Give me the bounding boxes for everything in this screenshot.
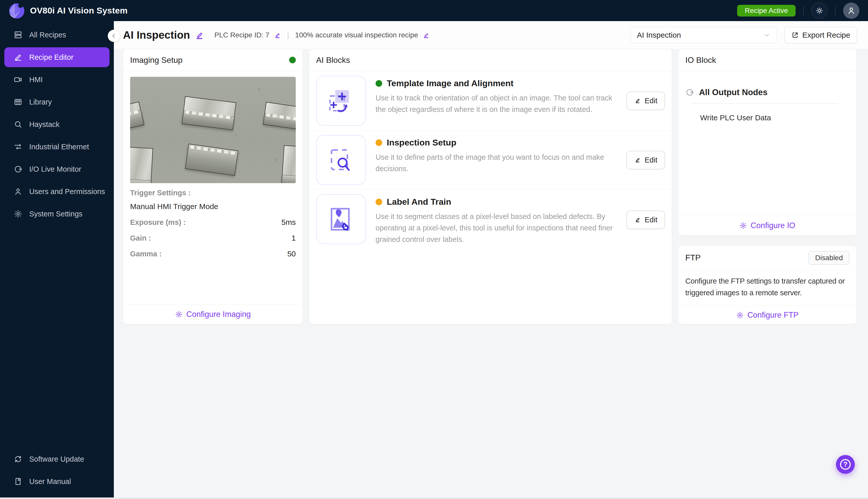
edit-plc-id-icon[interactable] [274,32,281,39]
user-icon [14,187,22,196]
exposure-value: 5ms [281,218,296,227]
sidebar-item-io-live-monitor[interactable]: I/O Live Monitor [4,159,110,179]
user-avatar[interactable] [843,2,859,19]
sidebar-item-system-settings[interactable]: System Settings [4,204,110,224]
recipe-description: 100% accurate visual inspection recipe [295,31,418,39]
exposure-label: Exposure (ms) : [130,218,186,227]
template-alignment-icon [316,76,366,126]
metal-part [263,102,296,131]
gear-icon [739,222,747,229]
edit-title-icon[interactable] [194,30,204,40]
sidebar-item-library[interactable]: Library [4,92,110,112]
imaging-setup-footer: Configure Imaging [123,304,303,324]
exposure-row: Exposure (ms) : 5ms [130,218,296,227]
ftp-description: Configure the FTP settings to transfer c… [678,270,854,306]
sidebar: All Recipes Recipe Editor HMI Library [0,21,114,498]
all-output-nodes-title: All Output Nodes [699,87,767,97]
gamma-row: Gamma : 50 [130,250,296,258]
pencil-icon [634,156,641,163]
io-block-header: IO Block [678,49,856,71]
configure-imaging-button[interactable]: Configure Imaging [175,310,251,319]
ftp-card: FTP Disabled Configure the FTP settings … [678,245,857,324]
plc-recipe-id: PLC Recipe ID: 7 [214,31,269,39]
edit-label-train-button[interactable]: Edit [626,210,665,229]
edit-inspection-setup-button[interactable]: Edit [626,151,665,169]
recipe-select[interactable]: AI Inspection [631,27,777,43]
imaging-setup-body: Trigger Settings : Manual HMI Trigger Mo… [123,71,303,304]
book-icon [14,477,22,486]
io-monitor-icon [14,165,22,173]
sidebar-item-label: Recipe Editor [29,53,73,62]
ai-block-title: Label And Train [387,197,451,207]
edit-button-label: Edit [645,216,657,224]
configure-io-button[interactable]: Configure IO [739,221,795,230]
edit-button-label: Edit [645,97,657,105]
ai-block-description: Use it to define parts of the image that… [376,151,617,174]
export-recipe-button[interactable]: Export Recipe [784,27,857,43]
export-icon [791,31,799,39]
right-column: IO Block All Output Nodes Write PLC User… [678,49,857,324]
configure-ftp-label: Configure FTP [747,311,798,320]
help-button[interactable]: ? [836,455,855,474]
configure-ftp-button[interactable]: Configure FTP [736,311,798,320]
io-section-divider [692,103,838,104]
output-nodes-icon [685,88,694,97]
library-grid-icon [14,98,22,106]
sidebar-item-recipe-editor[interactable]: Recipe Editor [4,47,110,67]
gain-value: 1 [291,234,296,242]
trigger-settings-label: Trigger Settings : [130,189,191,197]
topbar-divider [803,6,804,15]
gear-icon [14,209,22,218]
sidebar-item-users-permissions[interactable]: Users and Permissions [4,182,110,202]
ftp-title: FTP [685,253,701,263]
gear-icon [736,311,744,319]
camera-preview-image[interactable] [130,77,296,183]
help-icon: ? [840,459,851,470]
header-actions: AI Inspection Export Recipe [631,27,857,43]
ftp-status-badge: Disabled [808,251,850,265]
recipe-editor-icon [14,53,22,62]
edit-template-alignment-button[interactable]: Edit [626,92,665,110]
ai-block-row-inspection-setup: Inspection Setup Use it to define parts … [309,130,672,190]
user-icon [847,6,856,15]
ai-block-description: Use it to segment classes at a pixel-lev… [376,211,617,245]
ai-blocks-card: AI Blocks [309,49,672,324]
metal-part [185,144,239,177]
chevron-down-icon [763,32,770,39]
sidebar-item-industrial-ethernet[interactable]: Industrial Ethernet [4,137,110,157]
theme-toggle-button[interactable] [812,2,827,19]
gamma-label: Gamma : [130,250,162,258]
sidebar-item-label: All Recipes [29,31,66,39]
inspection-setup-icon [316,135,366,185]
hmi-camera-icon [14,75,22,84]
sidebar-item-haystack[interactable]: Haystack [4,114,110,134]
pencil-icon [634,216,641,223]
app-logo-icon [9,2,25,19]
sidebar-nav: All Recipes Recipe Editor HMI Library [0,21,114,226]
metal-part [182,96,236,131]
gain-label: Gain : [130,234,151,242]
meta-separator: | [287,31,289,39]
imaging-setup-header: Imaging Setup [123,49,303,71]
sidebar-item-all-recipes[interactable]: All Recipes [4,25,110,45]
ai-block-info: Label And Train Use it to segment classe… [376,194,617,245]
ai-blocks-title: AI Blocks [316,56,350,65]
topbar: OV80i AI Vision System Recipe Active [0,0,868,21]
page-title: AI Inspection [123,29,190,41]
sidebar-collapse-button[interactable] [108,30,120,42]
app-title: OV80i AI Vision System [30,5,128,15]
io-block-card: IO Block All Output Nodes Write PLC User… [678,49,857,235]
output-node-item[interactable]: Write PLC User Data [700,113,850,122]
sidebar-item-label: User Manual [29,477,71,486]
edit-description-icon[interactable] [423,32,430,39]
sidebar-item-hmi[interactable]: HMI [4,70,110,89]
metal-part [281,145,296,183]
ai-block-title: Template Image and Alignment [387,78,514,88]
sidebar-item-software-update[interactable]: Software Update [4,449,110,469]
app-root: OV80i AI Vision System Recipe Active [0,0,868,499]
sun-icon [815,7,823,15]
sidebar-item-user-manual[interactable]: User Manual [4,472,110,491]
recipe-select-value: AI Inspection [637,31,681,39]
sidebar-item-label: Haystack [29,120,60,129]
recipe-active-badge: Recipe Active [737,5,796,16]
